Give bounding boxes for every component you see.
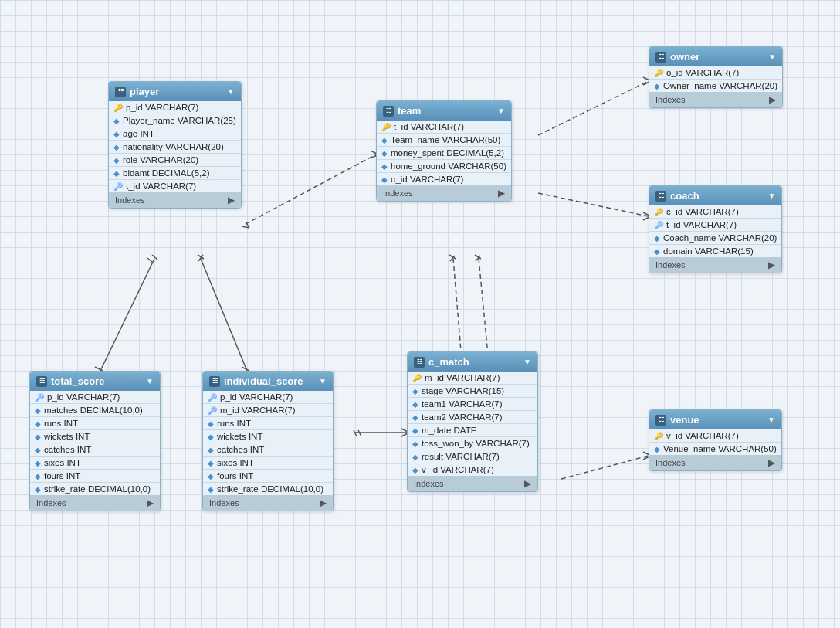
- table-row[interactable]: ◆sixes INT: [30, 457, 160, 470]
- svg-line-30: [476, 256, 480, 261]
- table-row[interactable]: ◆money_spent DECIMAL(5,2): [377, 147, 511, 160]
- indexes-expand-icon[interactable]: ▶: [768, 457, 775, 468]
- table-row[interactable]: ◆matches DECIMAL(10,0): [30, 404, 160, 417]
- table-row[interactable]: ◆o_id VARCHAR(7): [377, 173, 511, 185]
- column-definition: fours INT: [44, 471, 80, 480]
- dropdown-arrow-icon[interactable]: ▼: [146, 377, 154, 385]
- indexes-expand-icon[interactable]: ▶: [524, 478, 531, 489]
- table-row[interactable]: ◆sixes INT: [203, 457, 333, 470]
- table-row[interactable]: 🔑m_id VARCHAR(7): [408, 372, 537, 385]
- table-row[interactable]: ◆nationality VARCHAR(20): [109, 141, 241, 154]
- table-row[interactable]: 🔑m_id VARCHAR(7): [203, 404, 333, 417]
- table-row[interactable]: ◆wickets INT: [203, 430, 333, 443]
- table-row[interactable]: 🔑p_id VARCHAR(7): [30, 391, 160, 404]
- table-row[interactable]: 🔑o_id VARCHAR(7): [649, 66, 782, 80]
- table-row[interactable]: ◆team2 VARCHAR(7): [408, 411, 537, 424]
- table-title-c_match: c_match: [428, 356, 469, 368]
- table-footer-player[interactable]: Indexes▶: [109, 192, 241, 208]
- indexes-expand-icon[interactable]: ▶: [228, 195, 235, 205]
- table-grid-icon: ☷: [383, 106, 394, 117]
- dropdown-arrow-icon[interactable]: ▼: [497, 107, 505, 115]
- table-header-team[interactable]: ☷team▼: [377, 101, 511, 121]
- table-footer-owner[interactable]: Indexes▶: [649, 92, 782, 107]
- table-row[interactable]: ◆team1 VARCHAR(7): [408, 398, 537, 411]
- dropdown-arrow-icon[interactable]: ▼: [523, 358, 531, 366]
- dropdown-arrow-icon[interactable]: ▼: [319, 377, 327, 385]
- column-definition: catches INT: [217, 445, 264, 454]
- table-footer-coach[interactable]: Indexes▶: [649, 257, 781, 273]
- table-row[interactable]: ◆m_date DATE: [408, 424, 537, 437]
- table-row[interactable]: ◆Team_name VARCHAR(50): [377, 134, 511, 147]
- column-definition: role VARCHAR(20): [123, 155, 198, 165]
- table-row[interactable]: ◆Owner_name VARCHAR(20): [649, 80, 782, 92]
- table-header-total_score[interactable]: ☷total_score▼: [30, 372, 160, 391]
- table-owner: ☷owner▼🔑o_id VARCHAR(7)◆Owner_name VARCH…: [649, 46, 783, 108]
- table-row[interactable]: ◆strike_rate DECIMAL(10,0): [203, 483, 333, 495]
- table-row[interactable]: ◆home_ground VARCHAR(50): [377, 160, 511, 173]
- table-row[interactable]: ◆age INT: [109, 127, 241, 141]
- dropdown-arrow-icon[interactable]: ▼: [767, 416, 775, 424]
- table-row[interactable]: ◆toss_won_by VARCHAR(7): [408, 437, 537, 450]
- table-row[interactable]: ◆Venue_name VARCHAR(50): [649, 443, 781, 455]
- table-row[interactable]: ◆strike_rate DECIMAL(10,0): [30, 483, 160, 495]
- table-row[interactable]: 🔑v_id VARCHAR(7): [649, 429, 781, 443]
- dropdown-arrow-icon[interactable]: ▼: [768, 53, 776, 61]
- table-row[interactable]: ◆runs INT: [203, 417, 333, 430]
- table-row[interactable]: ◆Player_name VARCHAR(25): [109, 114, 241, 127]
- column-definition: catches INT: [44, 445, 91, 454]
- column-icon: ◆: [381, 149, 388, 158]
- column-definition: nationality VARCHAR(20): [123, 142, 224, 151]
- table-header-c_match[interactable]: ☷c_match▼: [408, 352, 537, 372]
- table-row[interactable]: 🔑c_id VARCHAR(7): [649, 205, 781, 219]
- table-row[interactable]: ◆Coach_name VARCHAR(20): [649, 232, 781, 245]
- table-footer-team[interactable]: Indexes▶: [377, 185, 511, 201]
- column-definition: t_id VARCHAR(7): [126, 182, 196, 191]
- table-header-venue[interactable]: ☷venue▼: [649, 410, 781, 429]
- svg-line-36: [561, 456, 649, 479]
- table-row[interactable]: 🔑p_id VARCHAR(7): [203, 391, 333, 404]
- table-footer-c_match[interactable]: Indexes▶: [408, 476, 537, 491]
- column-icon: ◆: [35, 485, 41, 494]
- table-row[interactable]: ◆bidamt DECIMAL(5,2): [109, 167, 241, 180]
- indexes-expand-icon[interactable]: ▶: [498, 188, 505, 199]
- table-row[interactable]: ◆result VARCHAR(7): [408, 450, 537, 463]
- column-definition: fours INT: [217, 471, 253, 480]
- table-body-venue: 🔑v_id VARCHAR(7)◆Venue_name VARCHAR(50): [649, 429, 781, 455]
- table-row[interactable]: 🔑t_id VARCHAR(7): [109, 180, 241, 192]
- table-row[interactable]: ◆runs INT: [30, 417, 160, 430]
- table-footer-individual_score[interactable]: Indexes▶: [203, 495, 333, 511]
- table-row[interactable]: ◆role VARCHAR(20): [109, 154, 241, 167]
- table-row[interactable]: ◆catches INT: [30, 443, 160, 457]
- table-header-player[interactable]: ☷player▼: [109, 82, 241, 101]
- table-row[interactable]: 🔑t_id VARCHAR(7): [377, 121, 511, 134]
- indexes-expand-icon[interactable]: ▶: [147, 497, 154, 508]
- indexes-expand-icon[interactable]: ▶: [320, 497, 327, 508]
- table-header-owner[interactable]: ☷owner▼: [649, 47, 782, 66]
- table-row[interactable]: ◆wickets INT: [30, 430, 160, 443]
- table-row[interactable]: ◆fours INT: [30, 470, 160, 483]
- table-player: ☷player▼🔑p_id VARCHAR(7)◆Player_name VAR…: [108, 81, 242, 209]
- column-definition: m_date DATE: [422, 426, 476, 435]
- column-definition: runs INT: [44, 419, 78, 428]
- table-header-individual_score[interactable]: ☷individual_score▼: [203, 372, 333, 391]
- table-row[interactable]: ◆catches INT: [203, 443, 333, 457]
- foreign-key-icon: 🔑: [35, 393, 44, 402]
- table-row[interactable]: 🔑p_id VARCHAR(7): [109, 101, 241, 114]
- primary-key-icon: 🔑: [381, 123, 391, 131]
- indexes-expand-icon[interactable]: ▶: [769, 94, 776, 105]
- indexes-expand-icon[interactable]: ▶: [768, 260, 775, 270]
- dropdown-arrow-icon[interactable]: ▼: [227, 87, 235, 96]
- table-body-c_match: 🔑m_id VARCHAR(7)◆stage VARCHAR(15)◆team1…: [408, 372, 537, 476]
- table-row[interactable]: ◆v_id VARCHAR(7): [408, 463, 537, 476]
- table-row[interactable]: 🔑t_id VARCHAR(7): [649, 219, 781, 232]
- column-icon: ◆: [381, 136, 388, 144]
- table-footer-total_score[interactable]: Indexes▶: [30, 495, 160, 511]
- table-footer-venue[interactable]: Indexes▶: [649, 455, 781, 470]
- table-grid-icon: ☷: [655, 52, 666, 63]
- table-row[interactable]: ◆stage VARCHAR(15): [408, 385, 537, 398]
- table-row[interactable]: ◆fours INT: [203, 470, 333, 483]
- dropdown-arrow-icon[interactable]: ▼: [768, 192, 776, 200]
- table-row[interactable]: ◆domain VARCHAR(15): [649, 245, 781, 257]
- column-definition: team2 VARCHAR(7): [422, 412, 503, 422]
- table-header-coach[interactable]: ☷coach▼: [649, 186, 781, 205]
